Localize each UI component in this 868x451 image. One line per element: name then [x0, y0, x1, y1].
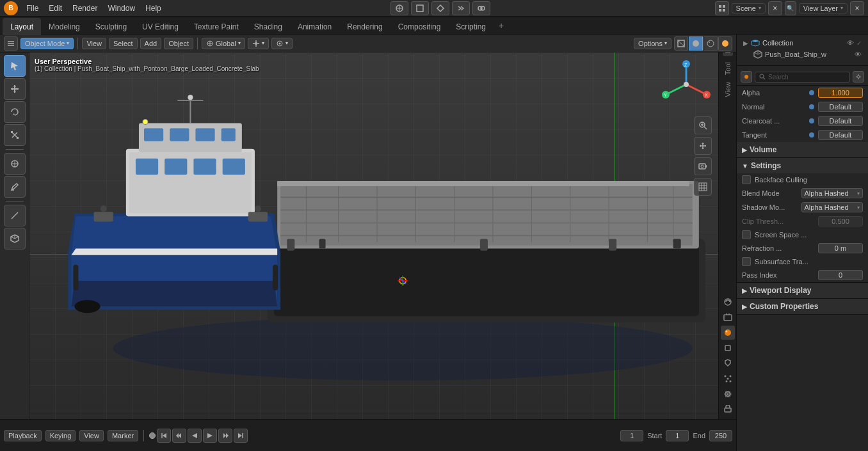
- tab-sculpting[interactable]: Sculpting: [88, 18, 134, 35]
- step-forward-button[interactable]: [218, 429, 232, 443]
- prop-icon-constraints[interactable]: [721, 402, 735, 416]
- play-forward-button[interactable]: [203, 429, 217, 443]
- view-menu[interactable]: View: [82, 38, 106, 49]
- tool-transform[interactable]: [4, 153, 26, 175]
- tool-annotate[interactable]: [4, 176, 26, 198]
- start-frame[interactable]: 1: [666, 430, 689, 441]
- collection-object[interactable]: Push_Boat_Ship_w 👁: [741, 49, 864, 60]
- menu-help[interactable]: Help: [141, 3, 166, 14]
- clearcoat-dot[interactable]: [809, 118, 814, 123]
- prop-icon-particle[interactable]: [721, 372, 735, 386]
- viewport-display-header[interactable]: ▶ Viewport Display: [737, 283, 868, 298]
- alpha-value[interactable]: 1.000: [818, 88, 863, 98]
- shading-wire[interactable]: [674, 36, 688, 51]
- prop-icon-output[interactable]: [721, 310, 735, 324]
- topbar-icon-6[interactable]: 🔍: [785, 1, 796, 15]
- screen-space-checkbox[interactable]: [742, 230, 751, 239]
- scene-root[interactable]: ▶ Collection 👁 ✓: [741, 37, 864, 49]
- new-view-layer-icon[interactable]: ×: [850, 1, 864, 15]
- tool-measure[interactable]: [4, 205, 26, 226]
- blend-mode-dropdown[interactable]: Alpha Hashed ▾: [801, 188, 864, 198]
- object-menu[interactable]: Object: [164, 38, 193, 49]
- shading-solid[interactable]: [689, 36, 703, 51]
- alpha-dot[interactable]: [809, 90, 814, 95]
- menu-edit[interactable]: Edit: [44, 3, 67, 14]
- transform-selector[interactable]: Global ▾: [202, 38, 245, 49]
- tab-texture-paint[interactable]: Texture Paint: [186, 18, 246, 35]
- nav-gizmo[interactable]: Z X Y: [661, 59, 712, 110]
- tangent-value[interactable]: Default: [818, 130, 863, 140]
- custom-properties-header[interactable]: ▶ Custom Properties: [737, 299, 868, 314]
- view-layer-selector[interactable]: View Layer ▾: [799, 3, 848, 13]
- prop-icon-modifier[interactable]: [721, 356, 735, 370]
- add-menu[interactable]: Add: [140, 38, 162, 49]
- backface-checkbox[interactable]: [742, 175, 751, 184]
- tab-scripting[interactable]: Scripting: [448, 18, 494, 35]
- tab-animation[interactable]: Animation: [290, 18, 339, 35]
- camera-button[interactable]: [694, 157, 712, 175]
- topbar-icon-5[interactable]: [472, 1, 490, 15]
- add-workspace-button[interactable]: +: [494, 17, 509, 34]
- keying-button[interactable]: Keying: [45, 430, 76, 441]
- material-search-box[interactable]: Search: [755, 72, 850, 83]
- mat-settings-icon[interactable]: [853, 71, 864, 83]
- step-back-button[interactable]: [172, 429, 186, 443]
- tool-move[interactable]: [4, 78, 26, 100]
- subsurface-checkbox[interactable]: [742, 257, 751, 266]
- playback-button[interactable]: Playback: [4, 430, 42, 441]
- prop-icon-object[interactable]: [721, 341, 735, 355]
- topbar-icon-1[interactable]: [390, 1, 408, 15]
- new-scene-icon[interactable]: ×: [768, 1, 782, 15]
- current-frame[interactable]: 1: [620, 430, 643, 441]
- topbar-icon-4[interactable]: [452, 1, 470, 15]
- normal-dot[interactable]: [809, 104, 814, 109]
- view-tab[interactable]: View: [723, 79, 733, 100]
- menu-render[interactable]: Render: [68, 3, 102, 14]
- clip-threshold-value[interactable]: 0.500: [818, 216, 863, 226]
- select-menu[interactable]: Select: [109, 38, 138, 49]
- view-button[interactable]: View: [79, 430, 104, 441]
- marker-button[interactable]: Marker: [108, 430, 138, 441]
- normal-value[interactable]: Default: [818, 102, 863, 112]
- settings-header[interactable]: ▼ Settings: [737, 158, 868, 173]
- viewport-3d[interactable]: MHVW-... User Perspective (1) Collection…: [29, 52, 718, 419]
- play-reverse-button[interactable]: [188, 429, 202, 443]
- mat-panel-icon[interactable]: [741, 71, 752, 83]
- pass-index-value[interactable]: 0: [818, 270, 863, 280]
- topbar-icon-2[interactable]: [411, 1, 429, 15]
- topbar-icon-3[interactable]: [431, 1, 449, 15]
- menu-window[interactable]: Window: [103, 3, 140, 14]
- clearcoat-value[interactable]: Default: [818, 116, 863, 126]
- snap-toggle[interactable]: ▾: [248, 38, 269, 49]
- volume-header[interactable]: ▶ Volume: [737, 142, 868, 157]
- viewport-menu-icon[interactable]: [4, 36, 18, 51]
- tool-rotate[interactable]: [4, 101, 26, 123]
- topbar-view-icon[interactable]: [715, 1, 729, 15]
- proportional-toggle[interactable]: ▾: [271, 38, 293, 49]
- zoom-in-button[interactable]: [694, 116, 712, 134]
- tab-layout[interactable]: Layout: [3, 18, 41, 35]
- mode-selector[interactable]: Object Mode ▾: [20, 38, 74, 49]
- jump-end-button[interactable]: [234, 429, 248, 443]
- tab-modeling[interactable]: Modeling: [41, 18, 88, 35]
- tab-rendering[interactable]: Rendering: [339, 18, 390, 35]
- shadow-mode-dropdown[interactable]: Alpha Hashed ▾: [801, 202, 864, 212]
- tab-shading[interactable]: Shading: [246, 18, 290, 35]
- prop-icon-physics[interactable]: [721, 387, 735, 401]
- refraction-value[interactable]: 0 m: [818, 243, 863, 253]
- shading-rendered[interactable]: [718, 36, 732, 51]
- menu-file[interactable]: File: [22, 3, 43, 14]
- tool-scale[interactable]: [4, 124, 26, 146]
- tangent-dot[interactable]: [809, 132, 814, 138]
- grid-button[interactable]: [694, 178, 712, 196]
- prop-icon-material[interactable]: [721, 326, 735, 340]
- tab-compositing[interactable]: Compositing: [390, 18, 449, 35]
- tool-cursor[interactable]: [4, 55, 26, 77]
- options-button[interactable]: Options ▾: [634, 38, 671, 49]
- jump-start-button[interactable]: [157, 429, 171, 443]
- shading-material[interactable]: [703, 36, 718, 51]
- tab-uv-editing[interactable]: UV Editing: [134, 18, 186, 35]
- end-frame[interactable]: 250: [709, 430, 732, 441]
- scene-selector[interactable]: Scene ▾: [732, 3, 766, 13]
- pan-button[interactable]: [694, 137, 712, 155]
